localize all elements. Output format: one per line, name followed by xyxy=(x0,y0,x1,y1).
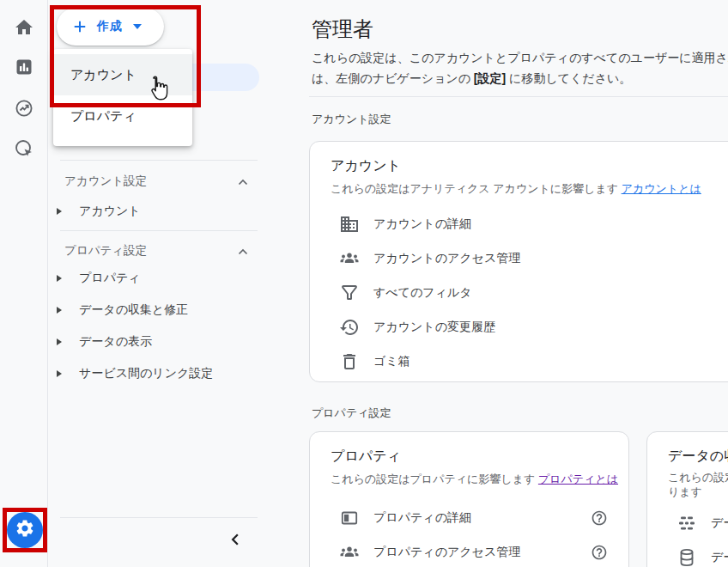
gear-icon xyxy=(15,518,35,542)
nav-item-data-collection[interactable]: データの収集と修正 xyxy=(57,302,188,319)
left-icon-rail xyxy=(0,0,48,567)
property-help-link[interactable]: プロパティとは xyxy=(538,472,618,485)
account-card: アカウント これらの設定はアナリティクス アカウントに影響します アカウントとは… xyxy=(309,141,728,382)
data-card-description-line1: これらの設定はデータの収集と修正に影響があ xyxy=(668,470,728,485)
account-card-description: これらの設定はアナリティクス アカウントに影響します アカウントとは xyxy=(331,181,728,197)
account-settings-section-label: アカウント設定 xyxy=(312,112,391,127)
chevron-down-icon xyxy=(133,24,142,29)
account-item-trash[interactable]: ゴミ箱 xyxy=(331,344,728,379)
account-item-access[interactable]: アカウントのアクセス管理 xyxy=(331,241,728,276)
data-item-streams[interactable]: データ ストリーム xyxy=(668,506,728,540)
page-title: 管理者 xyxy=(312,15,373,43)
people-group-icon xyxy=(339,248,360,269)
home-icon[interactable] xyxy=(14,17,34,38)
explore-icon[interactable] xyxy=(14,98,34,119)
advertising-icon[interactable] xyxy=(14,138,34,159)
divider xyxy=(309,96,728,97)
tree-arrow-icon xyxy=(57,275,62,282)
account-item-change-history[interactable]: アカウントの変更履歴 xyxy=(331,310,728,344)
menu-item-property[interactable]: プロパティ xyxy=(53,95,192,137)
property-card-title: プロパティ xyxy=(331,448,608,465)
data-card-title: データの収集と修正 xyxy=(668,448,728,465)
create-button-label: 作成 xyxy=(97,19,123,34)
tree-arrow-icon xyxy=(57,370,62,377)
chevron-up-icon xyxy=(238,243,248,259)
nav-item-label: プロパティ xyxy=(79,271,141,286)
nav-item-label: データの収集と修正 xyxy=(79,302,188,318)
people-group-icon xyxy=(339,542,360,563)
nav-section-label: プロパティ設定 xyxy=(64,243,147,259)
nav-item-property[interactable]: プロパティ xyxy=(57,270,141,287)
nav-item-label: アカウント xyxy=(79,204,141,219)
trash-icon xyxy=(339,351,360,372)
tree-arrow-icon xyxy=(57,307,62,314)
help-icon[interactable] xyxy=(591,544,608,561)
nav-item-account[interactable]: アカウント xyxy=(57,203,141,220)
create-button[interactable]: 作成 xyxy=(57,8,164,46)
tree-arrow-icon xyxy=(57,338,62,345)
account-card-title: アカウント xyxy=(331,157,728,174)
database-icon xyxy=(676,547,697,567)
reports-icon[interactable] xyxy=(14,57,34,77)
account-card-items: アカウントの詳細 アカウントのアクセス管理 すべてのフィルタ アカウントの変更履… xyxy=(331,207,728,379)
help-icon[interactable] xyxy=(591,509,608,527)
account-help-link[interactable]: アカウントとは xyxy=(622,182,701,195)
create-dropdown-menu: アカウント プロパティ xyxy=(53,49,192,146)
nav-item-data-display[interactable]: データの表示 xyxy=(57,333,152,351)
intro-line-1: これらの設定は、このアカウントとプロパティのすべてのユーザーに適用され xyxy=(312,47,728,68)
nav-section-property-settings[interactable]: プロパティ設定 xyxy=(64,243,248,259)
data-collection-card: データの収集と修正 これらの設定はデータの収集と修正に影響があ ります データ … xyxy=(646,431,728,567)
divider xyxy=(60,160,258,161)
menu-item-account[interactable]: アカウント xyxy=(53,54,192,95)
intro-text: これらの設定は、このアカウントとプロパティのすべてのユーザーに適用され は、左側… xyxy=(312,47,728,88)
property-card-items: プロパティの詳細 プロパティのアクセス管理 xyxy=(331,501,608,567)
plus-icon xyxy=(71,18,88,35)
data-card-description-line2: ります xyxy=(668,485,728,499)
property-card: プロパティ これらの設定はプロパティに影響します プロパティとは プロパティの詳… xyxy=(309,431,629,567)
history-icon xyxy=(339,317,360,338)
property-card-description: これらの設定はプロパティに影響します プロパティとは xyxy=(331,472,608,487)
divider xyxy=(60,230,258,231)
account-item-details[interactable]: アカウントの詳細 xyxy=(331,207,728,241)
nav-item-label: データの表示 xyxy=(79,334,152,350)
settings-bold: [設定] xyxy=(474,71,506,85)
building-icon xyxy=(339,214,360,235)
collapse-drawer-button[interactable] xyxy=(228,533,242,546)
nav-section-account-settings[interactable]: アカウント設定 xyxy=(64,174,248,189)
property-settings-section-label: プロパティ設定 xyxy=(312,405,391,421)
chevron-up-icon xyxy=(238,174,248,189)
account-item-filters[interactable]: すべてのフィルタ xyxy=(331,276,728,310)
data-item-collection[interactable]: データ収集 xyxy=(668,540,728,567)
nav-item-product-links[interactable]: サービス間のリンク設定 xyxy=(57,365,213,382)
data-stream-icon xyxy=(676,513,697,533)
property-item-access[interactable]: プロパティのアクセス管理 xyxy=(331,535,608,567)
ga4-admin-screen: 作成 アカウント プロパティ アカウント設定 アカウント プロパティ設定 プロパ… xyxy=(0,0,728,567)
intro-line-2: は、左側のナビゲーションの [設定] に移動してください。 xyxy=(312,68,728,88)
divider xyxy=(60,517,258,518)
tree-arrow-icon xyxy=(57,208,62,215)
admin-gear-button[interactable] xyxy=(7,512,43,548)
filter-icon xyxy=(339,283,360,303)
data-card-items: データ ストリーム データ収集 xyxy=(668,506,728,567)
nav-section-label: アカウント設定 xyxy=(64,174,147,189)
layout-icon xyxy=(339,508,360,528)
property-item-details[interactable]: プロパティの詳細 xyxy=(331,501,608,535)
nav-item-label: サービス間のリンク設定 xyxy=(79,366,213,381)
